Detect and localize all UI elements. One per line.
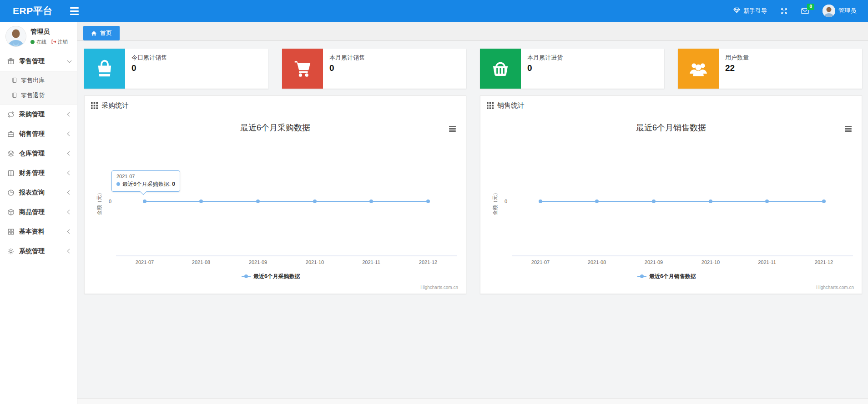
- messages-button[interactable]: 0: [801, 8, 809, 15]
- stat-value: 0: [527, 63, 563, 73]
- main-content: 首页 今日累计销售 0 本月累计销售 0: [77, 22, 868, 404]
- data-point-marker[interactable]: [143, 200, 146, 203]
- sidebar: 管理员 在线 注销 零售管理: [0, 22, 77, 404]
- online-status-icon: [30, 40, 35, 44]
- sidebar-item-retail[interactable]: 零售管理: [0, 51, 77, 71]
- data-point-marker[interactable]: [765, 200, 769, 203]
- gift-icon: [7, 57, 15, 65]
- data-point-marker[interactable]: [313, 200, 317, 203]
- highcharts-credits-link[interactable]: Highcharts.com.cn: [420, 285, 458, 290]
- panel-title: 销售统计: [497, 101, 525, 110]
- stat-value: 22: [725, 63, 749, 73]
- logout-button[interactable]: 注销: [51, 39, 68, 45]
- chevron-left-icon: [67, 249, 72, 254]
- panel-title: 采购统计: [101, 101, 129, 110]
- data-point-marker[interactable]: [369, 200, 373, 203]
- stat-card-today-sales: 今日累计销售 0: [84, 49, 268, 89]
- sidebar-submenu-retail: 零售出库 零售退货: [0, 71, 77, 105]
- sidebar-item-retail-return[interactable]: 零售退货: [0, 88, 77, 103]
- x-axis-label: 2021-12: [419, 259, 437, 265]
- stat-cards-row: 今日累计销售 0 本月累计销售 0 本月累计进货 0: [84, 49, 862, 89]
- sidebar-item-reports[interactable]: 报表查询: [0, 183, 77, 202]
- svg-text:最近6个月采购数据: 最近6个月采购数据: [253, 273, 300, 279]
- chevron-left-icon: [67, 112, 72, 117]
- tab-home[interactable]: 首页: [83, 26, 120, 40]
- stat-value: 0: [329, 63, 365, 73]
- sidebar-user-name: 管理员: [30, 28, 68, 36]
- data-point-marker[interactable]: [652, 200, 656, 203]
- legend-item[interactable]: 最近6个月销售数据: [637, 273, 696, 279]
- x-axis-label: 2021-10: [701, 259, 720, 265]
- sales-chart: 最近6个月销售数据 金额（元） 0 2021-07 2021-08 2021-0…: [484, 114, 858, 294]
- x-axis-label: 2021-07: [136, 259, 154, 265]
- guide-button[interactable]: 新手引导: [733, 7, 767, 15]
- sidebar-item-retail-outbound[interactable]: 零售出库: [0, 73, 77, 88]
- stat-label: 本月累计进货: [527, 54, 563, 62]
- chart-tooltip: 2021-07 最近6个月采购数据: 0: [111, 170, 180, 192]
- sidebar-item-label: 财务管理: [19, 169, 68, 177]
- y-axis-title: 金额（元）: [96, 190, 102, 215]
- x-axis-label: 2021-10: [306, 259, 324, 265]
- sidebar-item-label: 销售管理: [19, 130, 68, 138]
- top-navbar: ERP平台 新手引导 0: [0, 0, 868, 22]
- layers-icon: [7, 150, 15, 157]
- fullscreen-icon: [781, 8, 787, 15]
- pie-chart-icon: [7, 189, 15, 196]
- gem-icon: [733, 7, 740, 15]
- panel-header: 销售统计: [480, 96, 862, 114]
- package-icon: [7, 208, 15, 216]
- tab-bar: 首页: [77, 22, 868, 41]
- x-axis-label: 2021-11: [758, 259, 776, 265]
- data-point-marker[interactable]: [709, 200, 712, 203]
- chart-context-menu-button[interactable]: [844, 125, 853, 133]
- gear-icon: [7, 247, 15, 255]
- sidebar-item-purchase[interactable]: 采购管理: [0, 105, 77, 124]
- home-icon: [91, 30, 97, 36]
- chevron-left-icon: [67, 229, 72, 234]
- th-grid-icon: [487, 102, 494, 109]
- sidebar-item-label: 报表查询: [19, 189, 68, 197]
- sidebar-item-basic-data[interactable]: 基本资料: [0, 222, 77, 241]
- data-point-marker[interactable]: [595, 200, 599, 203]
- x-axis-label: 2021-09: [645, 259, 663, 265]
- chevron-left-icon: [67, 210, 72, 214]
- data-point-marker[interactable]: [539, 200, 542, 203]
- notebook-icon: [11, 92, 17, 99]
- sidebar-menu: 零售管理 零售出库 零售退货 采购管理: [0, 51, 77, 261]
- chart-title: 最近6个月采购数据: [240, 123, 310, 132]
- panel-sales-stats: 销售统计 最近6个月销售数据 金额（元） 0 2021-07 2021-08: [480, 95, 862, 294]
- sidebar-toggle-icon[interactable]: [70, 7, 79, 15]
- fullscreen-button[interactable]: [781, 8, 787, 15]
- shopping-cart-icon: [282, 49, 323, 89]
- sidebar-item-finance[interactable]: 财务管理: [0, 163, 77, 183]
- shopping-basket-icon: [480, 49, 521, 89]
- sidebar-item-system[interactable]: 系统管理: [0, 241, 77, 261]
- user-menu[interactable]: 管理员: [823, 5, 856, 17]
- sidebar-item-label: 基本资料: [19, 228, 68, 236]
- highcharts-credits-link[interactable]: Highcharts.com.cn: [816, 285, 854, 290]
- chart-context-menu-button[interactable]: [448, 125, 457, 133]
- x-axis-label: 2021-09: [249, 259, 267, 265]
- guide-label: 新手引导: [743, 7, 767, 15]
- legend-item[interactable]: 最近6个月采购数据: [242, 273, 300, 279]
- sidebar-item-goods[interactable]: 商品管理: [0, 202, 77, 222]
- notebook-icon: [11, 77, 17, 84]
- data-point-marker[interactable]: [199, 200, 203, 203]
- data-point-marker[interactable]: [822, 200, 826, 203]
- avatar: [5, 26, 26, 47]
- tab-label: 首页: [100, 29, 112, 37]
- avatar: [823, 5, 835, 17]
- sidebar-item-warehouse[interactable]: 仓库管理: [0, 144, 77, 163]
- x-axis-label: 2021-11: [362, 259, 380, 265]
- data-point-marker[interactable]: [426, 200, 430, 203]
- stat-card-user-count: 用户数量 22: [678, 49, 862, 89]
- ledger-icon: [7, 169, 15, 177]
- horizontal-scrollbar[interactable]: [77, 398, 868, 404]
- sidebar-item-label: 零售管理: [19, 57, 68, 65]
- sidebar-item-sales[interactable]: 销售管理: [0, 124, 77, 144]
- th-grid-icon: [91, 102, 98, 109]
- data-point-marker[interactable]: [256, 200, 260, 203]
- chevron-left-icon: [67, 132, 72, 136]
- series-dot-icon: [116, 182, 120, 186]
- purchase-chart: 最近6个月采购数据 金额（元） 0 2021-07 2021-08 2021-0…: [89, 114, 462, 294]
